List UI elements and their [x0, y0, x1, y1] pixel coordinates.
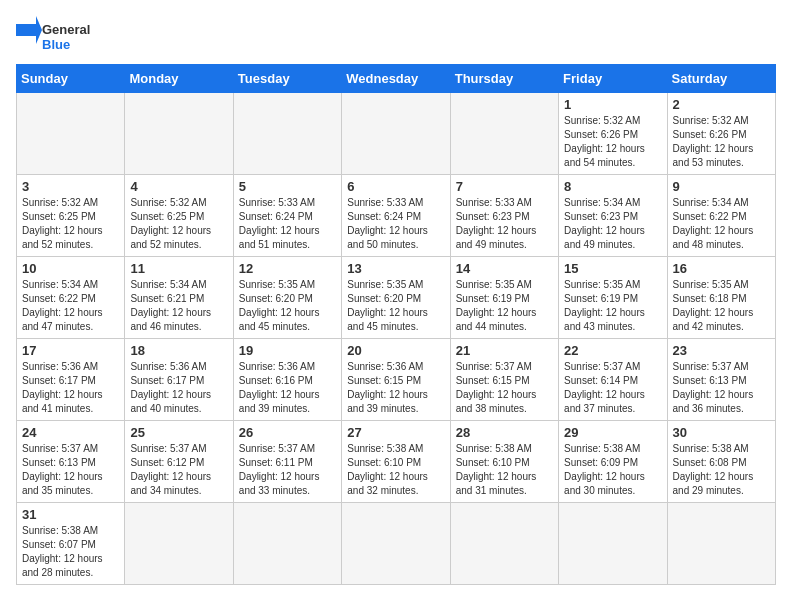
calendar-cell: [450, 93, 558, 175]
day-number: 8: [564, 179, 661, 194]
calendar-cell: 5Sunrise: 5:33 AM Sunset: 6:24 PM Daylig…: [233, 175, 341, 257]
day-info: Sunrise: 5:37 AM Sunset: 6:12 PM Dayligh…: [130, 442, 227, 498]
calendar-cell: 12Sunrise: 5:35 AM Sunset: 6:20 PM Dayli…: [233, 257, 341, 339]
calendar-cell: 13Sunrise: 5:35 AM Sunset: 6:20 PM Dayli…: [342, 257, 450, 339]
calendar-week-row: 24Sunrise: 5:37 AM Sunset: 6:13 PM Dayli…: [17, 421, 776, 503]
day-info: Sunrise: 5:32 AM Sunset: 6:26 PM Dayligh…: [673, 114, 770, 170]
calendar-cell: 10Sunrise: 5:34 AM Sunset: 6:22 PM Dayli…: [17, 257, 125, 339]
calendar-cell: 14Sunrise: 5:35 AM Sunset: 6:19 PM Dayli…: [450, 257, 558, 339]
day-number: 20: [347, 343, 444, 358]
weekday-header-monday: Monday: [125, 65, 233, 93]
page-header: GeneralBlue: [16, 16, 776, 56]
day-info: Sunrise: 5:33 AM Sunset: 6:24 PM Dayligh…: [239, 196, 336, 252]
day-info: Sunrise: 5:38 AM Sunset: 6:07 PM Dayligh…: [22, 524, 119, 580]
calendar-cell: [125, 93, 233, 175]
calendar-cell: 6Sunrise: 5:33 AM Sunset: 6:24 PM Daylig…: [342, 175, 450, 257]
calendar-cell: 24Sunrise: 5:37 AM Sunset: 6:13 PM Dayli…: [17, 421, 125, 503]
day-number: 27: [347, 425, 444, 440]
day-info: Sunrise: 5:35 AM Sunset: 6:18 PM Dayligh…: [673, 278, 770, 334]
calendar-cell: 31Sunrise: 5:38 AM Sunset: 6:07 PM Dayli…: [17, 503, 125, 585]
day-info: Sunrise: 5:37 AM Sunset: 6:11 PM Dayligh…: [239, 442, 336, 498]
calendar-cell: 15Sunrise: 5:35 AM Sunset: 6:19 PM Dayli…: [559, 257, 667, 339]
calendar-cell: 21Sunrise: 5:37 AM Sunset: 6:15 PM Dayli…: [450, 339, 558, 421]
calendar-cell: 1Sunrise: 5:32 AM Sunset: 6:26 PM Daylig…: [559, 93, 667, 175]
calendar-cell: 16Sunrise: 5:35 AM Sunset: 6:18 PM Dayli…: [667, 257, 775, 339]
calendar-week-row: 3Sunrise: 5:32 AM Sunset: 6:25 PM Daylig…: [17, 175, 776, 257]
calendar-table: SundayMondayTuesdayWednesdayThursdayFrid…: [16, 64, 776, 585]
day-info: Sunrise: 5:36 AM Sunset: 6:16 PM Dayligh…: [239, 360, 336, 416]
day-number: 13: [347, 261, 444, 276]
calendar-cell: [17, 93, 125, 175]
day-number: 26: [239, 425, 336, 440]
calendar-cell: [342, 503, 450, 585]
calendar-cell: 11Sunrise: 5:34 AM Sunset: 6:21 PM Dayli…: [125, 257, 233, 339]
calendar-cell: [667, 503, 775, 585]
day-number: 2: [673, 97, 770, 112]
day-number: 31: [22, 507, 119, 522]
day-number: 24: [22, 425, 119, 440]
day-number: 5: [239, 179, 336, 194]
day-info: Sunrise: 5:37 AM Sunset: 6:13 PM Dayligh…: [673, 360, 770, 416]
calendar-cell: 20Sunrise: 5:36 AM Sunset: 6:15 PM Dayli…: [342, 339, 450, 421]
day-info: Sunrise: 5:34 AM Sunset: 6:22 PM Dayligh…: [673, 196, 770, 252]
calendar-cell: 27Sunrise: 5:38 AM Sunset: 6:10 PM Dayli…: [342, 421, 450, 503]
calendar-header: SundayMondayTuesdayWednesdayThursdayFrid…: [17, 65, 776, 93]
calendar-cell: [342, 93, 450, 175]
calendar-week-row: 1Sunrise: 5:32 AM Sunset: 6:26 PM Daylig…: [17, 93, 776, 175]
day-info: Sunrise: 5:35 AM Sunset: 6:19 PM Dayligh…: [456, 278, 553, 334]
calendar-cell: [125, 503, 233, 585]
day-info: Sunrise: 5:38 AM Sunset: 6:09 PM Dayligh…: [564, 442, 661, 498]
calendar-week-row: 17Sunrise: 5:36 AM Sunset: 6:17 PM Dayli…: [17, 339, 776, 421]
day-info: Sunrise: 5:38 AM Sunset: 6:08 PM Dayligh…: [673, 442, 770, 498]
day-info: Sunrise: 5:32 AM Sunset: 6:25 PM Dayligh…: [130, 196, 227, 252]
weekday-header-row: SundayMondayTuesdayWednesdayThursdayFrid…: [17, 65, 776, 93]
calendar-cell: 29Sunrise: 5:38 AM Sunset: 6:09 PM Dayli…: [559, 421, 667, 503]
day-number: 29: [564, 425, 661, 440]
day-number: 10: [22, 261, 119, 276]
day-number: 12: [239, 261, 336, 276]
day-info: Sunrise: 5:36 AM Sunset: 6:17 PM Dayligh…: [22, 360, 119, 416]
day-number: 16: [673, 261, 770, 276]
calendar-cell: 30Sunrise: 5:38 AM Sunset: 6:08 PM Dayli…: [667, 421, 775, 503]
svg-text:General: General: [42, 22, 90, 37]
day-number: 11: [130, 261, 227, 276]
weekday-header-wednesday: Wednesday: [342, 65, 450, 93]
calendar-week-row: 10Sunrise: 5:34 AM Sunset: 6:22 PM Dayli…: [17, 257, 776, 339]
day-number: 25: [130, 425, 227, 440]
day-number: 28: [456, 425, 553, 440]
calendar-cell: 25Sunrise: 5:37 AM Sunset: 6:12 PM Dayli…: [125, 421, 233, 503]
day-number: 23: [673, 343, 770, 358]
weekday-header-tuesday: Tuesday: [233, 65, 341, 93]
day-number: 18: [130, 343, 227, 358]
calendar-week-row: 31Sunrise: 5:38 AM Sunset: 6:07 PM Dayli…: [17, 503, 776, 585]
weekday-header-thursday: Thursday: [450, 65, 558, 93]
day-info: Sunrise: 5:35 AM Sunset: 6:20 PM Dayligh…: [347, 278, 444, 334]
day-number: 4: [130, 179, 227, 194]
svg-text:Blue: Blue: [42, 37, 70, 52]
day-number: 7: [456, 179, 553, 194]
calendar-cell: 9Sunrise: 5:34 AM Sunset: 6:22 PM Daylig…: [667, 175, 775, 257]
calendar-cell: 3Sunrise: 5:32 AM Sunset: 6:25 PM Daylig…: [17, 175, 125, 257]
calendar-cell: 22Sunrise: 5:37 AM Sunset: 6:14 PM Dayli…: [559, 339, 667, 421]
day-info: Sunrise: 5:37 AM Sunset: 6:15 PM Dayligh…: [456, 360, 553, 416]
day-info: Sunrise: 5:36 AM Sunset: 6:15 PM Dayligh…: [347, 360, 444, 416]
day-info: Sunrise: 5:34 AM Sunset: 6:21 PM Dayligh…: [130, 278, 227, 334]
calendar-cell: 8Sunrise: 5:34 AM Sunset: 6:23 PM Daylig…: [559, 175, 667, 257]
calendar-cell: [450, 503, 558, 585]
calendar-cell: [233, 503, 341, 585]
day-info: Sunrise: 5:38 AM Sunset: 6:10 PM Dayligh…: [347, 442, 444, 498]
day-info: Sunrise: 5:32 AM Sunset: 6:25 PM Dayligh…: [22, 196, 119, 252]
day-info: Sunrise: 5:38 AM Sunset: 6:10 PM Dayligh…: [456, 442, 553, 498]
day-number: 6: [347, 179, 444, 194]
logo: GeneralBlue: [16, 16, 96, 56]
calendar-cell: 28Sunrise: 5:38 AM Sunset: 6:10 PM Dayli…: [450, 421, 558, 503]
calendar-cell: [559, 503, 667, 585]
calendar-cell: 19Sunrise: 5:36 AM Sunset: 6:16 PM Dayli…: [233, 339, 341, 421]
day-number: 17: [22, 343, 119, 358]
day-number: 9: [673, 179, 770, 194]
day-number: 30: [673, 425, 770, 440]
weekday-header-sunday: Sunday: [17, 65, 125, 93]
day-info: Sunrise: 5:34 AM Sunset: 6:22 PM Dayligh…: [22, 278, 119, 334]
calendar-cell: 17Sunrise: 5:36 AM Sunset: 6:17 PM Dayli…: [17, 339, 125, 421]
day-info: Sunrise: 5:33 AM Sunset: 6:23 PM Dayligh…: [456, 196, 553, 252]
